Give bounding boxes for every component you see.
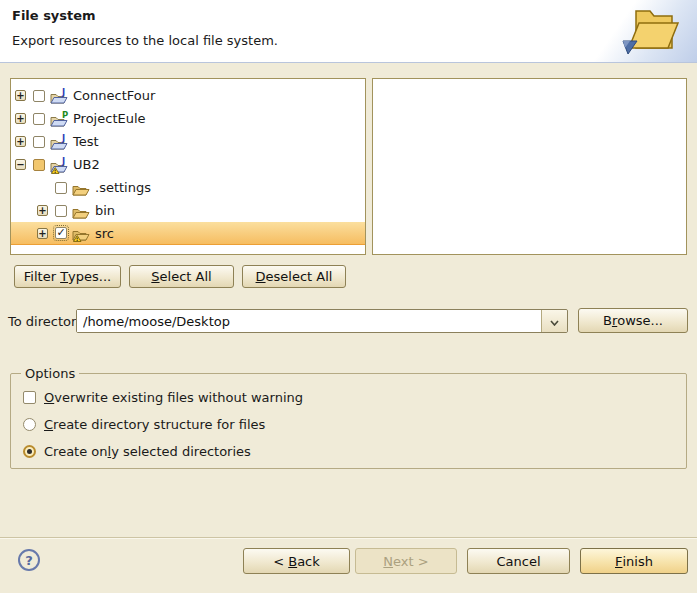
java-project-folder-icon: J [50,87,69,105]
footer-separator [0,537,697,539]
select-all-button[interactable]: Select All [129,265,234,288]
tree-item-checkbox[interactable] [33,90,45,102]
filter-types-button[interactable]: Filter Types... [14,265,121,288]
overwrite-checkbox[interactable] [23,391,36,404]
create-structure-option-row: Create directory structure for files [23,414,686,434]
tree-item-label: bin [95,203,115,218]
svg-text:J: J [61,156,65,166]
deselect-all-button[interactable]: Deselect All [242,265,346,288]
directory-combo [76,309,568,333]
expand-icon[interactable]: + [15,90,26,101]
svg-text:J: J [61,87,65,97]
java-project-folder-icon: J [50,133,69,151]
overwrite-label: Overwrite existing files without warning [44,390,303,405]
help-button[interactable]: ? [18,549,40,571]
svg-text:J: J [61,133,65,143]
expand-icon[interactable]: + [37,205,48,216]
svg-text:P: P [62,110,68,120]
expand-icon[interactable]: + [15,113,26,124]
create-selected-option-row: Create only selected directories [23,441,686,461]
folder-warning-icon [72,224,91,242]
expand-icon[interactable]: + [37,228,48,239]
cancel-button[interactable]: Cancel [467,548,570,574]
tree-item-connectfour[interactable]: +JConnectFour [11,84,365,107]
resource-tree: +JConnectFour+PProjectEule+JTest−JUB2.se… [10,78,366,255]
tree-item-checkbox[interactable] [55,182,67,194]
tree-item-checkbox[interactable] [33,136,45,148]
tree-item-label: .settings [95,180,151,195]
tree-item-label: ProjectEule [73,111,146,126]
options-group-title: Options [21,366,79,381]
directory-combo-input[interactable] [77,310,541,332]
project-folder-icon: P [50,110,69,128]
tree-item-settings[interactable]: .settings [11,176,365,199]
create-selected-label: Create only selected directories [44,444,251,459]
page-description: Export resources to the local file syste… [12,33,278,48]
tree-toolbar: Filter Types... Select All Deselect All [14,265,346,288]
tree-item-projecteule[interactable]: +PProjectEule [11,107,365,130]
finish-button[interactable]: Finish [580,548,688,574]
create-structure-label: Create directory structure for files [44,417,265,432]
create-selected-radio[interactable] [23,445,36,458]
tree-item-test[interactable]: +JTest [11,130,365,153]
folder-icon [72,179,91,197]
tree-item-label: Test [73,134,99,149]
java-project-folder-warning-icon: J [50,156,69,174]
wizard-banner: File system Export resources to the loca… [0,0,697,63]
next-button: Next > [355,548,457,574]
back-button[interactable]: < Back [243,548,350,574]
page-title: File system [12,8,96,23]
combo-dropdown-button[interactable] [541,310,567,332]
tree-item-bin[interactable]: +bin [11,199,365,222]
tree-item-label: ConnectFour [73,88,155,103]
tree-item-label: src [95,226,114,241]
tree-item-checkbox[interactable] [33,113,45,125]
tree-item-src[interactable]: +✓src [11,222,365,245]
tree-item-checkbox[interactable]: ✓ [55,227,67,239]
export-folder-icon [620,3,686,59]
tree-item-label: UB2 [73,157,100,172]
export-wizard-dialog: File system Export resources to the loca… [0,0,697,593]
file-list-panel[interactable] [372,78,687,255]
folder-icon [72,202,91,220]
collapse-icon[interactable]: − [15,159,26,170]
expand-icon[interactable]: + [15,136,26,147]
create-structure-radio[interactable] [23,418,36,431]
options-group: Options Overwrite existing files without… [10,366,687,469]
overwrite-option-row: Overwrite existing files without warning [23,387,686,407]
chevron-down-icon [550,314,559,329]
tree-item-ub2[interactable]: −JUB2 [11,153,365,176]
tree-item-checkbox[interactable] [33,159,45,171]
tree-item-checkbox[interactable] [55,205,67,217]
browse-button[interactable]: Browse... [578,308,688,333]
question-icon: ? [25,553,33,568]
